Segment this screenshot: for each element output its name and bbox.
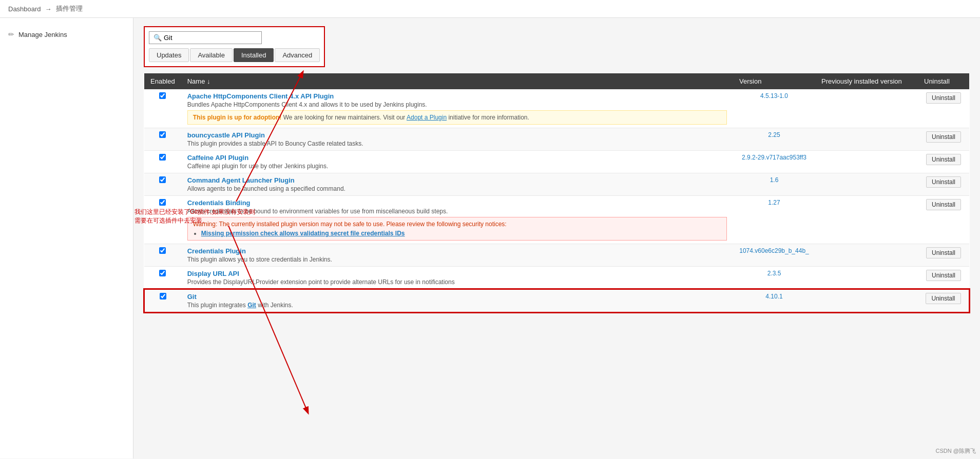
plugin-description: Bundles Apache HttpComponents Client 4.x… (187, 101, 727, 108)
plugin-name-link[interactable]: Caffeine API Plugin (187, 154, 248, 162)
plugin-enabled-checkbox[interactable] (159, 270, 166, 276)
plugin-name-cell: Apache HttpComponents Client 4.x API Plu… (181, 89, 733, 128)
plugin-enabled-checkbox[interactable] (159, 92, 166, 99)
plugin-description: Caffeine api plugin for use by other Jen… (187, 163, 727, 170)
tab-updates[interactable]: Updates (149, 48, 189, 62)
plugin-uninstall-cell: Uninstall (918, 128, 969, 151)
plugin-uninstall-cell: Uninstall (918, 196, 969, 244)
plugin-uninstall-cell: Uninstall (918, 89, 969, 128)
plugin-name-link[interactable]: Credentials Binding (187, 199, 251, 207)
plugin-uninstall-cell: Uninstall (918, 173, 969, 196)
col-header-name: Name ↓ (181, 73, 733, 89)
plugin-description: Allows agents to be launched using a spe… (187, 185, 727, 192)
adoption-highlight: This plugin is up for adoption! (193, 114, 282, 121)
plugin-checkbox-cell (144, 244, 181, 267)
plugin-name-cell: GitThis plugin integrates Git with Jenki… (181, 289, 733, 312)
plugin-version: 1.6 (733, 173, 815, 196)
sidebar-item-manage-jenkins[interactable]: ✏ Manage Jenkins (0, 26, 133, 43)
git-link[interactable]: Git (247, 302, 256, 309)
search-icon: 🔍 (153, 34, 162, 42)
plugin-enabled-checkbox[interactable] (159, 247, 166, 254)
plugin-checkbox-cell (144, 89, 181, 128)
plugin-prev-version (815, 173, 918, 196)
plugin-name-link[interactable]: Display URL API (187, 270, 239, 277)
plugin-enabled-checkbox[interactable] (159, 176, 166, 183)
col-header-enabled: Enabled (144, 73, 181, 89)
plugin-version: 4.10.1 (733, 289, 815, 312)
uninstall-button[interactable]: Uninstall (926, 92, 961, 104)
tab-advanced[interactable]: Advanced (275, 48, 320, 62)
plugin-checkbox-cell (144, 151, 181, 173)
security-link[interactable]: Missing permission check allows validati… (201, 230, 405, 237)
plugin-name-cell: Display URL APIProvides the DisplayURLPr… (181, 267, 733, 290)
breadcrumb-arrow: → (45, 5, 52, 13)
col-header-prev-version: Previously installed version (815, 73, 918, 89)
plugin-description: This plugin provides a stable API to Bou… (187, 140, 727, 147)
plugin-prev-version (815, 128, 918, 151)
breadcrumb-dashboard[interactable]: Dashboard (8, 5, 41, 13)
uninstall-button[interactable]: Uninstall (926, 154, 961, 165)
uninstall-button[interactable]: Uninstall (926, 199, 961, 210)
plugin-uninstall-cell: Uninstall (918, 151, 969, 173)
plugin-name-link[interactable]: Credentials Plugin (187, 247, 246, 255)
adoption-notice: This plugin is up for adoption! We are l… (187, 110, 727, 125)
plugin-prev-version (815, 244, 918, 267)
watermark: CSDN @陈腾飞 (936, 447, 976, 455)
plugin-version: 2.25 (733, 128, 815, 151)
plugin-enabled-checkbox[interactable] (159, 199, 166, 206)
col-header-version: Version (733, 73, 815, 89)
plugin-enabled-checkbox[interactable] (159, 131, 166, 138)
plugin-prev-version (815, 89, 918, 128)
plugin-description: This plugin allows you to store credenti… (187, 256, 727, 263)
col-header-uninstall: Uninstall (918, 73, 969, 89)
security-notice: Warning: The currently installed plugin … (187, 217, 727, 241)
plugin-name-link[interactable]: bouncycastle API Plugin (187, 131, 265, 139)
security-warning-text: Warning: The currently installed plugin … (193, 221, 721, 228)
plugin-name-cell: Command Agent Launcher PluginAllows agen… (181, 173, 733, 196)
uninstall-button[interactable]: Uninstall (926, 131, 961, 143)
plugins-table: Enabled Name ↓ Version Previously instal… (144, 73, 970, 313)
plugin-name-cell: Caffeine API PluginCaffeine api plugin f… (181, 151, 733, 173)
uninstall-button[interactable]: Uninstall (926, 270, 961, 281)
plugin-prev-version (815, 289, 918, 312)
tabs: Updates Available Installed Advanced (149, 48, 320, 62)
plugin-version: 2.9.2-29.v717aac953ff3 (733, 151, 815, 173)
plugin-name-link[interactable]: Command Agent Launcher Plugin (187, 176, 295, 184)
plugin-checkbox-cell (144, 289, 181, 312)
annotation-text: 我们这里已经安装了Git插件,如果没有安装则需要在可选插件中去安装。 (134, 208, 258, 225)
plugin-name-link[interactable]: Git (187, 293, 197, 301)
plugin-checkbox-cell (144, 173, 181, 196)
plugin-checkbox-cell (144, 267, 181, 290)
main-content: 🔍 Updates Available Installed Advanced E… (133, 18, 980, 458)
plugin-name-link[interactable]: Apache HttpComponents Client 4.x API Plu… (187, 92, 334, 100)
plugin-name-cell: bouncycastle API PluginThis plugin provi… (181, 128, 733, 151)
plugin-checkbox-cell (144, 128, 181, 151)
tab-installed[interactable]: Installed (234, 48, 274, 62)
sidebar: ✏ Manage Jenkins (0, 18, 133, 458)
search-tabs-container: 🔍 Updates Available Installed Advanced (144, 26, 325, 67)
plugin-uninstall-cell: Uninstall (918, 244, 969, 267)
search-box: 🔍 (149, 31, 262, 44)
pencil-icon: ✏ (8, 30, 14, 38)
plugin-version: 4.5.13-1.0 (733, 89, 815, 128)
breadcrumb-current: 插件管理 (56, 4, 83, 13)
tab-available[interactable]: Available (190, 48, 233, 62)
plugin-version: 2.3.5 (733, 267, 815, 290)
search-input[interactable] (164, 34, 257, 42)
adopt-plugin-link[interactable]: Adopt a Plugin (407, 114, 447, 121)
plugin-enabled-checkbox[interactable] (159, 154, 166, 161)
uninstall-button[interactable]: Uninstall (926, 176, 961, 188)
uninstall-button[interactable]: Uninstall (926, 247, 961, 258)
plugin-prev-version (815, 267, 918, 290)
plugin-description: Provides the DisplayURLProvider extensio… (187, 278, 727, 286)
plugin-uninstall-cell: Uninstall (918, 289, 969, 312)
plugin-version: 1074.v60e6c29b_b_44b_ (733, 244, 815, 267)
plugin-name-cell: Credentials PluginThis plugin allows you… (181, 244, 733, 267)
sidebar-item-label: Manage Jenkins (18, 31, 67, 38)
plugin-prev-version (815, 151, 918, 173)
uninstall-button[interactable]: Uninstall (926, 293, 960, 304)
plugin-enabled-checkbox[interactable] (160, 293, 166, 300)
breadcrumb: Dashboard → 插件管理 (0, 0, 980, 18)
plugin-prev-version (815, 196, 918, 244)
plugin-uninstall-cell: Uninstall (918, 267, 969, 290)
